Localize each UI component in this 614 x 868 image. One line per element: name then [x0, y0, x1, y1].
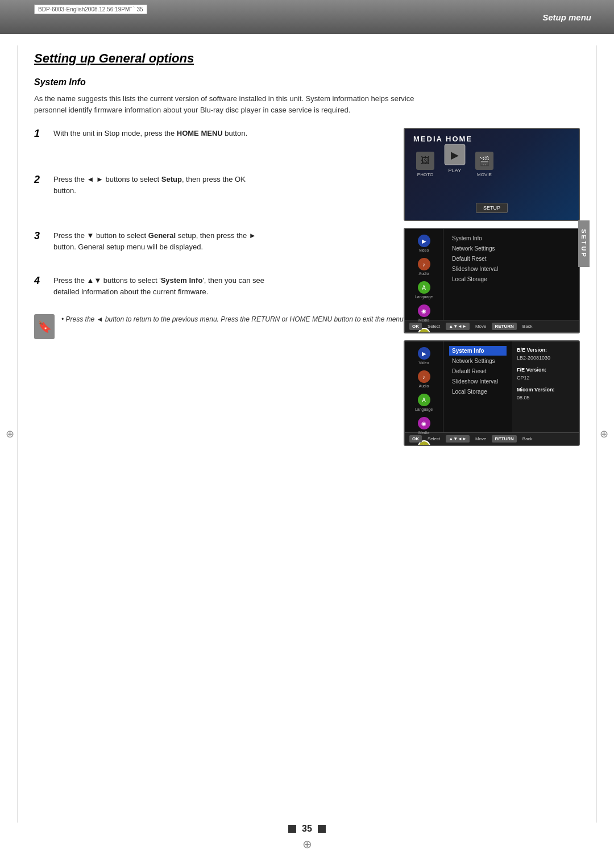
nav-btn-1: ▲▼◄►: [446, 323, 470, 330]
media-label-2: Media: [418, 431, 429, 435]
photo-icon-item: 🖼 PHOTO: [416, 152, 434, 177]
play-label: PLAY: [449, 168, 462, 173]
menu-network-settings-1: Network Settings: [449, 244, 573, 253]
audio-icon: ♪: [418, 258, 430, 270]
sidebar-video: ▶ Video: [405, 232, 443, 255]
setup-screen-2: ▶ Video ♪ Audio A Language ◉: [404, 340, 580, 446]
return-btn-1: RETURN: [492, 323, 516, 330]
menu-system-info-1: System Info: [449, 233, 573, 243]
movie-icon-item: 🎬 MOVIE: [475, 152, 493, 177]
return-btn-2: RETURN: [492, 435, 516, 443]
sidebar-media: ◉ Media: [405, 302, 443, 325]
step-2: 2 Press the ◄ ► buttons to select Setup,…: [34, 174, 284, 196]
play-icon-item: ▶ PLAY: [445, 144, 466, 174]
footer-square-right: [318, 825, 326, 833]
menu-default-reset-1: Default Reset: [449, 254, 573, 264]
steps-column: 1 With the unit in Stop mode, press the …: [34, 128, 284, 297]
menu-system-info-2-active: System Info: [449, 346, 507, 356]
select-label-1: Select: [428, 324, 440, 329]
media-home-display: MEDIA HOME 🖼 PHOTO ▶ PLAY 🎬 MOVIE: [405, 129, 579, 220]
margin-line-right: [596, 45, 597, 823]
be-version-label: B/E Version:: [517, 347, 547, 353]
setup-screen-1: ▶ Video ♪ Audio A Language ◉: [404, 228, 580, 333]
language-icon: A: [418, 281, 430, 294]
menu-slideshow-2: Slideshow Interval: [449, 377, 507, 386]
fe-version-value: CP12: [517, 374, 574, 382]
main-content: Setting up General options System Info A…: [34, 45, 580, 800]
sidebar-language-2: A Language: [405, 391, 443, 414]
bottom-reg-mark: ⊕: [302, 837, 312, 851]
media-icon-s: ◉: [418, 304, 430, 317]
description: As the name suggests this lists the curr…: [34, 93, 421, 115]
audio-label: Audio: [419, 272, 429, 276]
menu-local-storage-2: Local Storage: [449, 387, 507, 397]
menu-local-storage-1: Local Storage: [449, 274, 573, 284]
sidebar-language: A Language: [405, 278, 443, 302]
audio-icon-2: ♪: [418, 370, 430, 383]
be-version-value: LB2-20081030: [517, 354, 574, 362]
setup-side-tab: SETUP: [578, 220, 590, 267]
menu-network-settings-2: Network Settings: [449, 356, 507, 366]
video-label-2: Video: [419, 361, 429, 365]
media-home-screen: MEDIA HOME 🖼 PHOTO ▶ PLAY 🎬 MOVIE: [404, 128, 580, 221]
ok-btn-2: OK: [409, 435, 422, 443]
screenshots-column: MEDIA HOME 🖼 PHOTO ▶ PLAY 🎬 MOVIE: [404, 128, 580, 453]
setup-menu-label: Setup menu: [542, 12, 591, 22]
photo-icon: 🖼: [416, 152, 434, 170]
micom-version-value: 08.05: [517, 394, 574, 402]
note-text: • Press the ◄ button to return to the pr…: [61, 314, 405, 324]
language-label: Language: [415, 295, 433, 299]
step-3-text: Press the ▼ button to select General set…: [53, 230, 269, 252]
step-2-text: Press the ◄ ► buttons to select Setup, t…: [53, 174, 269, 196]
step-1-number: 1: [34, 128, 48, 140]
note-box: 🔖 • Press the ◄ button to return to the …: [34, 314, 432, 339]
audio-label-2: Audio: [419, 384, 429, 388]
step-4-number: 4: [34, 275, 48, 287]
setup-sidebar-1: ▶ Video ♪ Audio A Language ◉: [405, 229, 443, 320]
media-home-icons: 🖼 PHOTO ▶ PLAY 🎬 MOVIE: [410, 152, 573, 177]
movie-label: MOVIE: [477, 172, 492, 177]
step-4: 4 Press the ▲▼ buttons to select 'System…: [34, 275, 284, 297]
language-label-2: Language: [415, 407, 433, 411]
menu-slideshow-1: Slideshow Interval: [449, 264, 573, 274]
footer-square-left: [288, 825, 296, 833]
margin-line-left: [17, 45, 18, 823]
media-label: Media: [418, 318, 429, 322]
setup-menu-list-1: System Info Network Settings Default Res…: [449, 233, 573, 284]
version-details: B/E Version: LB2-20081030 F/E Version: C…: [517, 346, 574, 402]
nav-btn-2: ▲▼◄►: [446, 435, 470, 443]
print-header: BDP-6003-English2008.12.56:19PM˜ ` 35: [34, 5, 147, 14]
move-label-2: Move: [475, 436, 487, 441]
movie-icon: 🎬: [475, 152, 493, 170]
version-info-panel: B/E Version: LB2-20081030 F/E Version: C…: [512, 341, 579, 432]
menu-default-reset-2: Default Reset: [449, 366, 507, 376]
right-reg-mark: ⊕: [600, 428, 608, 440]
setup-screen-2-inner: ▶ Video ♪ Audio A Language ◉: [405, 341, 579, 432]
select-label-2: Select: [428, 436, 440, 441]
sidebar-media-2: ◉ Media: [405, 414, 443, 437]
left-reg-mark: ⊕: [6, 428, 14, 440]
sidebar-audio-2: ♪ Audio: [405, 368, 443, 391]
content-wrapper: 1 With the unit in Stop mode, press the …: [34, 128, 580, 339]
setup-menu-content-2: System Info Network Settings Default Res…: [443, 341, 512, 432]
step-4-text: Press the ▲▼ buttons to select 'System I…: [53, 275, 269, 297]
back-label-1: Back: [522, 324, 533, 329]
photo-label: PHOTO: [417, 172, 433, 177]
move-label-1: Move: [475, 324, 487, 329]
setup-screen-1-inner: ▶ Video ♪ Audio A Language ◉: [405, 229, 579, 320]
media-icon-s2: ◉: [418, 417, 430, 429]
step-3-number: 3: [34, 230, 48, 242]
video-icon-2: ▶: [418, 347, 430, 360]
sidebar-video-2: ▶ Video: [405, 344, 443, 368]
page-footer: 35: [0, 824, 614, 834]
setup-button-media[interactable]: SETUP: [476, 203, 508, 213]
fe-version-label: F/E Version:: [517, 367, 546, 373]
step-1-text: With the unit in Stop mode, press the HO…: [53, 128, 247, 139]
setup-menu-list-2: System Info Network Settings Default Res…: [449, 346, 507, 397]
language-icon-2: A: [418, 394, 430, 406]
back-label-2: Back: [522, 436, 533, 441]
section-title: System Info: [34, 77, 580, 87]
step-1: 1 With the unit in Stop mode, press the …: [34, 128, 284, 140]
setup-sidebar-2: ▶ Video ♪ Audio A Language ◉: [405, 341, 443, 432]
step-3: 3 Press the ▼ button to select General s…: [34, 230, 284, 252]
